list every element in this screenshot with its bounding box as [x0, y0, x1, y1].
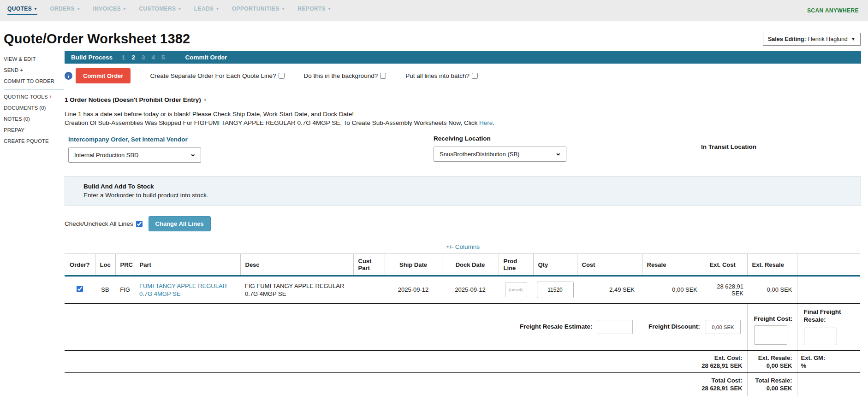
col-header-dock-date: Dock Date — [442, 254, 499, 276]
create-subassembly-here-link[interactable]: Here — [479, 119, 493, 126]
freight-cost-input[interactable] — [754, 325, 787, 345]
nav-orders[interactable]: ORDERS▼ — [50, 6, 80, 15]
build-add-to-stock-panel: Build And Add To Stock Enter a Workorder… — [65, 176, 861, 206]
background-option: Do this in the background? — [304, 72, 386, 79]
col-header-desc: Desc — [240, 254, 353, 276]
build-step-4[interactable]: 4 — [152, 54, 155, 61]
sales-editing-dropdown[interactable]: Sales Editing: Henrik Haglund ▼ — [763, 33, 861, 46]
info-icon[interactable]: i — [65, 72, 72, 80]
line-cost: 2,49 SEK — [577, 276, 642, 304]
line-part-link[interactable]: FUMI TANGY APPLE REGULAR 0.7G 4MGP SE — [139, 282, 236, 298]
caret-down-icon: ▼ — [123, 7, 126, 11]
build-step-5[interactable]: 5 — [161, 54, 165, 61]
order-notices-header[interactable]: 1 Order Notices (Doesn't Prohibit Order … — [65, 96, 861, 103]
sidebar-item-notes[interactable]: NOTES (0) — [4, 116, 65, 123]
caret-down-icon: ▼ — [178, 7, 181, 11]
sidebar-item-commit-to-order[interactable]: COMMIT TO ORDER — [4, 78, 65, 85]
build-add-to-stock-title: Build And Add To Stock — [83, 183, 851, 190]
freight-discount-input[interactable] — [706, 320, 741, 334]
ext-totals-row: Ext. Cost: 28 628,91 SEK Ext. Resale: 0,… — [65, 351, 860, 373]
sidebar-item-view-edit[interactable]: VIEW & EDIT — [4, 56, 65, 63]
ext-cost-label: Ext. Cost: — [69, 354, 743, 362]
line-resale: 0,00 SEK — [642, 276, 705, 304]
build-step-1[interactable]: 1 — [122, 54, 125, 61]
sidebar-item-send[interactable]: SEND + — [4, 67, 65, 74]
caret-down-icon: ▼ — [851, 36, 856, 41]
col-header-order: Order? — [65, 254, 95, 276]
active-item-underline — [4, 89, 64, 89]
nav-invoices[interactable]: INVOICES▼ — [93, 6, 126, 15]
caret-down-icon: ▼ — [215, 7, 219, 11]
nav-opportunities[interactable]: OPPORTUNITIES▼ — [232, 6, 285, 15]
batch-checkbox[interactable] — [472, 73, 478, 79]
order-notices-list: Line 1 has a date set before today or is… — [65, 110, 861, 127]
col-header-loc: Loc — [95, 254, 115, 276]
ext-gm-label: Ext. GM: — [801, 354, 856, 362]
total-resale-label: Total Resale: — [752, 377, 792, 384]
line-prc: FIG — [115, 276, 135, 304]
build-add-to-stock-description: Enter a Workorder to build product into … — [83, 192, 851, 199]
freight-resale-estimate-input[interactable] — [598, 320, 633, 334]
page-title: Quote/Order Worksheet 1382 — [4, 31, 190, 47]
change-all-lines-button[interactable]: Change All Lines — [149, 216, 211, 231]
background-checkbox[interactable] — [380, 73, 386, 79]
sidebar-item-prepay[interactable]: PREPAY — [4, 127, 65, 134]
sidebar: VIEW & EDIT SEND + COMMIT TO ORDER QUOTI… — [0, 51, 65, 149]
line-qty-input[interactable] — [537, 282, 574, 298]
build-step-2[interactable]: 2 — [132, 54, 136, 61]
commit-order-row: i Commit Order Create Separate Order For… — [65, 68, 861, 83]
line-order-checkbox[interactable] — [77, 286, 83, 292]
ext-gm-value: % — [801, 362, 856, 370]
table-header-row: Order? Loc PRC Part Desc Cust Part Ship … — [65, 254, 860, 276]
check-all-lines-label: Check/Uncheck All Lines — [65, 220, 133, 227]
ext-resale-label: Ext. Resale: — [752, 354, 792, 362]
freight-discount-label: Freight Discount: — [648, 323, 700, 330]
line-ext-resale: 0,00 SEK — [747, 276, 797, 304]
nav-leads[interactable]: LEADS▼ — [194, 6, 220, 15]
top-navigation: QUOTES▼ ORDERS▼ INVOICES▼ CUSTOMERS▼ LEA… — [0, 0, 868, 21]
build-process-title: Build Process — [71, 54, 113, 61]
columns-toggle-link[interactable]: +/- Columns — [446, 243, 480, 250]
sidebar-item-documents[interactable]: DOCUMENTS (0) — [4, 105, 65, 112]
notice-line-1: Line 1 has a date set before today or is… — [65, 110, 861, 118]
freight-cost-label: Freight Cost: — [754, 315, 793, 322]
commit-order-button[interactable]: Commit Order — [76, 68, 131, 83]
separate-order-option: Create Separate Order For Each Quote Lin… — [150, 72, 284, 79]
nav-reports[interactable]: REPORTS▼ — [297, 6, 331, 15]
internal-vendor-select[interactable]: Internal Production SBD — [68, 147, 201, 163]
sales-editing-label: Sales Editing: — [768, 36, 806, 42]
line-ship-date: 2025-09-12 — [385, 276, 442, 304]
total-cost-value: 28 628,91 SEK — [69, 384, 743, 392]
col-header-ext-cost: Ext. Cost — [705, 254, 747, 276]
batch-option: Put all lines into batch? — [405, 72, 478, 79]
col-header-ship-date: Ship Date — [385, 254, 442, 276]
final-freight-resale-input[interactable] — [804, 328, 837, 345]
sidebar-item-quoting-tools[interactable]: QUOTING TOOLS + — [4, 94, 65, 100]
quote-line-row: SB FIG FUMI TANGY APPLE REGULAR 0.7G 4MG… — [65, 276, 860, 304]
col-header-prc: PRC — [115, 254, 135, 276]
line-ext-cost: 28 628,91 SEK — [705, 276, 747, 304]
in-transit-location-label: In Transit Location — [701, 143, 861, 150]
caret-down-icon: ▼ — [327, 7, 331, 11]
separate-order-checkbox[interactable] — [279, 73, 285, 79]
check-all-lines-checkbox[interactable] — [136, 221, 143, 227]
line-loc: SB — [95, 276, 115, 304]
sidebar-item-create-pquote[interactable]: CREATE PQUOTE — [4, 138, 65, 145]
line-prod-line-unset[interactable]: (unset) — [505, 282, 527, 297]
intercompany-vendor-link[interactable]: Intercompany Order, Set Internal Vendor — [68, 136, 188, 143]
caret-down-icon: ▼ — [281, 7, 285, 11]
totals-blank-cell — [797, 372, 860, 396]
col-header-resale: Resale — [642, 254, 705, 276]
col-header-qty: Qty — [533, 254, 577, 276]
nav-customers[interactable]: CUSTOMERS▼ — [139, 6, 181, 15]
receiving-location-select[interactable]: SnusBrothersDistribution (SB) — [434, 147, 566, 162]
build-commit-order-label: Commit Order — [185, 54, 227, 61]
line-dock-date: 2025-09-12 — [442, 276, 499, 304]
build-step-3[interactable]: 3 — [142, 54, 145, 61]
quote-lines-table: Order? Loc PRC Part Desc Cust Part Ship … — [65, 253, 860, 396]
nav-quotes[interactable]: QUOTES▼ — [7, 6, 37, 15]
scan-anywhere-button[interactable]: SCAN ANYWHERE — [807, 7, 859, 14]
total-resale-value: 0,00 SEK — [752, 384, 792, 392]
main-content: Build Process 1 2 3 4 5 Commit Order i C… — [65, 51, 868, 396]
sales-editing-value: Henrik Haglund — [808, 36, 848, 42]
